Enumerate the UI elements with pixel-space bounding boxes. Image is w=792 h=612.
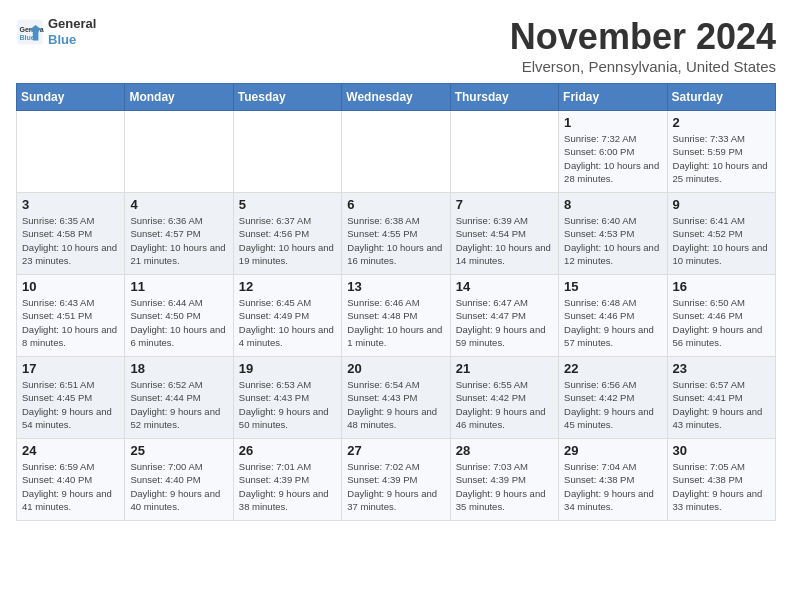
day-number: 27 [347, 443, 444, 458]
header-day: Saturday [667, 84, 775, 111]
day-number: 14 [456, 279, 553, 294]
day-number: 12 [239, 279, 336, 294]
week-row: 17Sunrise: 6:51 AM Sunset: 4:45 PM Dayli… [17, 357, 776, 439]
calendar-cell: 14Sunrise: 6:47 AM Sunset: 4:47 PM Dayli… [450, 275, 558, 357]
day-info: Sunrise: 7:00 AM Sunset: 4:40 PM Dayligh… [130, 460, 227, 513]
day-info: Sunrise: 7:03 AM Sunset: 4:39 PM Dayligh… [456, 460, 553, 513]
day-info: Sunrise: 7:33 AM Sunset: 5:59 PM Dayligh… [673, 132, 770, 185]
day-info: Sunrise: 6:43 AM Sunset: 4:51 PM Dayligh… [22, 296, 119, 349]
day-number: 18 [130, 361, 227, 376]
day-info: Sunrise: 6:50 AM Sunset: 4:46 PM Dayligh… [673, 296, 770, 349]
day-info: Sunrise: 6:38 AM Sunset: 4:55 PM Dayligh… [347, 214, 444, 267]
day-info: Sunrise: 6:39 AM Sunset: 4:54 PM Dayligh… [456, 214, 553, 267]
calendar-cell: 22Sunrise: 6:56 AM Sunset: 4:42 PM Dayli… [559, 357, 667, 439]
day-info: Sunrise: 6:36 AM Sunset: 4:57 PM Dayligh… [130, 214, 227, 267]
calendar-cell: 26Sunrise: 7:01 AM Sunset: 4:39 PM Dayli… [233, 439, 341, 521]
header-day: Tuesday [233, 84, 341, 111]
day-info: Sunrise: 6:59 AM Sunset: 4:40 PM Dayligh… [22, 460, 119, 513]
day-info: Sunrise: 6:52 AM Sunset: 4:44 PM Dayligh… [130, 378, 227, 431]
day-info: Sunrise: 6:56 AM Sunset: 4:42 PM Dayligh… [564, 378, 661, 431]
day-info: Sunrise: 6:51 AM Sunset: 4:45 PM Dayligh… [22, 378, 119, 431]
week-row: 10Sunrise: 6:43 AM Sunset: 4:51 PM Dayli… [17, 275, 776, 357]
day-number: 8 [564, 197, 661, 212]
day-info: Sunrise: 7:04 AM Sunset: 4:38 PM Dayligh… [564, 460, 661, 513]
day-info: Sunrise: 7:01 AM Sunset: 4:39 PM Dayligh… [239, 460, 336, 513]
calendar-cell: 16Sunrise: 6:50 AM Sunset: 4:46 PM Dayli… [667, 275, 775, 357]
calendar-cell: 18Sunrise: 6:52 AM Sunset: 4:44 PM Dayli… [125, 357, 233, 439]
week-row: 3Sunrise: 6:35 AM Sunset: 4:58 PM Daylig… [17, 193, 776, 275]
header-day: Thursday [450, 84, 558, 111]
header-day: Sunday [17, 84, 125, 111]
day-number: 13 [347, 279, 444, 294]
calendar-cell [17, 111, 125, 193]
day-info: Sunrise: 6:47 AM Sunset: 4:47 PM Dayligh… [456, 296, 553, 349]
day-number: 3 [22, 197, 119, 212]
day-info: Sunrise: 6:48 AM Sunset: 4:46 PM Dayligh… [564, 296, 661, 349]
day-number: 30 [673, 443, 770, 458]
header: General Blue General Blue November 2024 … [16, 16, 776, 75]
calendar-cell: 7Sunrise: 6:39 AM Sunset: 4:54 PM Daylig… [450, 193, 558, 275]
calendar-cell: 4Sunrise: 6:36 AM Sunset: 4:57 PM Daylig… [125, 193, 233, 275]
calendar-cell [450, 111, 558, 193]
day-info: Sunrise: 6:54 AM Sunset: 4:43 PM Dayligh… [347, 378, 444, 431]
month-title: November 2024 [510, 16, 776, 58]
day-info: Sunrise: 6:45 AM Sunset: 4:49 PM Dayligh… [239, 296, 336, 349]
calendar-cell [125, 111, 233, 193]
day-number: 5 [239, 197, 336, 212]
calendar-cell: 19Sunrise: 6:53 AM Sunset: 4:43 PM Dayli… [233, 357, 341, 439]
logo: General Blue General Blue [16, 16, 96, 47]
calendar-cell: 5Sunrise: 6:37 AM Sunset: 4:56 PM Daylig… [233, 193, 341, 275]
day-number: 11 [130, 279, 227, 294]
day-info: Sunrise: 6:44 AM Sunset: 4:50 PM Dayligh… [130, 296, 227, 349]
calendar-cell: 13Sunrise: 6:46 AM Sunset: 4:48 PM Dayli… [342, 275, 450, 357]
day-info: Sunrise: 6:37 AM Sunset: 4:56 PM Dayligh… [239, 214, 336, 267]
day-number: 21 [456, 361, 553, 376]
day-number: 9 [673, 197, 770, 212]
day-info: Sunrise: 6:41 AM Sunset: 4:52 PM Dayligh… [673, 214, 770, 267]
day-number: 4 [130, 197, 227, 212]
calendar-cell: 28Sunrise: 7:03 AM Sunset: 4:39 PM Dayli… [450, 439, 558, 521]
calendar-cell: 29Sunrise: 7:04 AM Sunset: 4:38 PM Dayli… [559, 439, 667, 521]
calendar-table: SundayMondayTuesdayWednesdayThursdayFrid… [16, 83, 776, 521]
day-number: 28 [456, 443, 553, 458]
calendar-cell: 21Sunrise: 6:55 AM Sunset: 4:42 PM Dayli… [450, 357, 558, 439]
calendar-cell: 12Sunrise: 6:45 AM Sunset: 4:49 PM Dayli… [233, 275, 341, 357]
day-number: 10 [22, 279, 119, 294]
title-area: November 2024 Elverson, Pennsylvania, Un… [510, 16, 776, 75]
day-number: 1 [564, 115, 661, 130]
day-info: Sunrise: 6:35 AM Sunset: 4:58 PM Dayligh… [22, 214, 119, 267]
day-info: Sunrise: 7:02 AM Sunset: 4:39 PM Dayligh… [347, 460, 444, 513]
calendar-cell: 17Sunrise: 6:51 AM Sunset: 4:45 PM Dayli… [17, 357, 125, 439]
day-number: 25 [130, 443, 227, 458]
day-number: 19 [239, 361, 336, 376]
calendar-cell: 23Sunrise: 6:57 AM Sunset: 4:41 PM Dayli… [667, 357, 775, 439]
header-day: Monday [125, 84, 233, 111]
calendar-cell: 20Sunrise: 6:54 AM Sunset: 4:43 PM Dayli… [342, 357, 450, 439]
day-info: Sunrise: 6:55 AM Sunset: 4:42 PM Dayligh… [456, 378, 553, 431]
day-number: 16 [673, 279, 770, 294]
calendar-cell: 6Sunrise: 6:38 AM Sunset: 4:55 PM Daylig… [342, 193, 450, 275]
day-number: 23 [673, 361, 770, 376]
calendar-cell: 10Sunrise: 6:43 AM Sunset: 4:51 PM Dayli… [17, 275, 125, 357]
week-row: 1Sunrise: 7:32 AM Sunset: 6:00 PM Daylig… [17, 111, 776, 193]
day-number: 6 [347, 197, 444, 212]
day-info: Sunrise: 7:32 AM Sunset: 6:00 PM Dayligh… [564, 132, 661, 185]
calendar-cell: 9Sunrise: 6:41 AM Sunset: 4:52 PM Daylig… [667, 193, 775, 275]
day-number: 2 [673, 115, 770, 130]
day-info: Sunrise: 6:40 AM Sunset: 4:53 PM Dayligh… [564, 214, 661, 267]
calendar-cell: 25Sunrise: 7:00 AM Sunset: 4:40 PM Dayli… [125, 439, 233, 521]
day-number: 29 [564, 443, 661, 458]
calendar-cell: 24Sunrise: 6:59 AM Sunset: 4:40 PM Dayli… [17, 439, 125, 521]
location: Elverson, Pennsylvania, United States [510, 58, 776, 75]
header-day: Wednesday [342, 84, 450, 111]
svg-text:Blue: Blue [20, 34, 35, 41]
calendar-cell: 3Sunrise: 6:35 AM Sunset: 4:58 PM Daylig… [17, 193, 125, 275]
header-day: Friday [559, 84, 667, 111]
calendar-cell [233, 111, 341, 193]
logo-icon: General Blue [16, 18, 44, 46]
calendar-cell: 1Sunrise: 7:32 AM Sunset: 6:00 PM Daylig… [559, 111, 667, 193]
week-row: 24Sunrise: 6:59 AM Sunset: 4:40 PM Dayli… [17, 439, 776, 521]
day-info: Sunrise: 6:53 AM Sunset: 4:43 PM Dayligh… [239, 378, 336, 431]
day-number: 22 [564, 361, 661, 376]
calendar-cell: 15Sunrise: 6:48 AM Sunset: 4:46 PM Dayli… [559, 275, 667, 357]
